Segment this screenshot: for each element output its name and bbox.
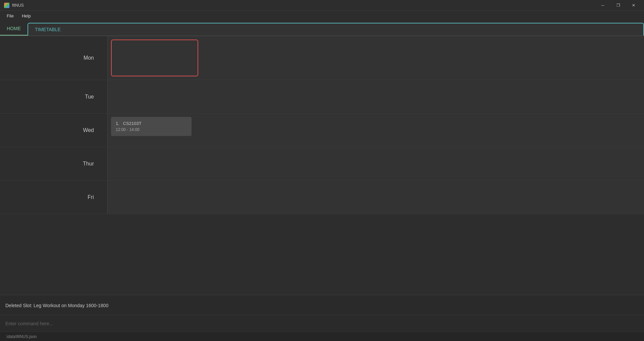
- timetable-tab[interactable]: TIMETABLE: [28, 23, 644, 36]
- mon-empty-slot[interactable]: [111, 40, 198, 76]
- day-row-thur: Thur: [0, 147, 644, 181]
- day-label-mon: Mon: [0, 36, 107, 80]
- title-bar-left: fitNUS: [4, 3, 24, 8]
- title-bar-controls: ─ ❐ ✕: [595, 0, 641, 11]
- title-bar: fitNUS ─ ❐ ✕: [0, 0, 644, 11]
- command-input[interactable]: [5, 321, 639, 326]
- timetable: Mon Tue Wed 1.: [0, 36, 644, 295]
- day-content-wed[interactable]: 1. CS2103T 12:00 - 14:00: [107, 114, 644, 147]
- menu-bar: File Help: [0, 11, 644, 21]
- app-icon: [4, 3, 9, 8]
- day-label-wed: Wed: [0, 114, 107, 147]
- main-content: Mon Tue Wed 1.: [0, 36, 644, 295]
- tab-bar: HOME TIMETABLE: [0, 21, 644, 36]
- event-number: 1. CS2103T: [116, 121, 187, 126]
- day-row-wed: Wed 1. CS2103T 12:00 - 14:00: [0, 114, 644, 147]
- day-content-thur[interactable]: [107, 147, 644, 180]
- app-title: fitNUS: [12, 3, 24, 8]
- close-button[interactable]: ✕: [626, 0, 641, 11]
- day-content-fri[interactable]: [107, 181, 644, 214]
- filepath-bar: .\data\fitNUS.json: [0, 332, 644, 341]
- status-message: Deleted Slot: Leg Workout on Monday 1600…: [5, 303, 108, 308]
- day-label-thur: Thur: [0, 147, 107, 180]
- file-menu[interactable]: File: [3, 12, 18, 20]
- event-time: 12:00 - 14:00: [116, 127, 187, 132]
- filepath-text: .\data\fitNUS.json: [5, 334, 37, 339]
- day-label-fri: Fri: [0, 181, 107, 214]
- day-row-tue: Tue: [0, 80, 644, 114]
- day-label-tue: Tue: [0, 80, 107, 113]
- day-content-tue[interactable]: [107, 80, 644, 113]
- status-bar: Deleted Slot: Leg Workout on Monday 1600…: [0, 295, 644, 315]
- home-tab[interactable]: HOME: [0, 22, 28, 36]
- minimize-button[interactable]: ─: [595, 0, 610, 11]
- event-card-cs2103t[interactable]: 1. CS2103T 12:00 - 14:00: [111, 117, 192, 136]
- day-row-fri: Fri: [0, 181, 644, 214]
- day-row-mon: Mon: [0, 36, 644, 80]
- maximize-button[interactable]: ❐: [610, 0, 626, 11]
- help-menu[interactable]: Help: [18, 12, 35, 20]
- command-bar: [0, 315, 644, 332]
- day-content-mon[interactable]: [107, 36, 644, 80]
